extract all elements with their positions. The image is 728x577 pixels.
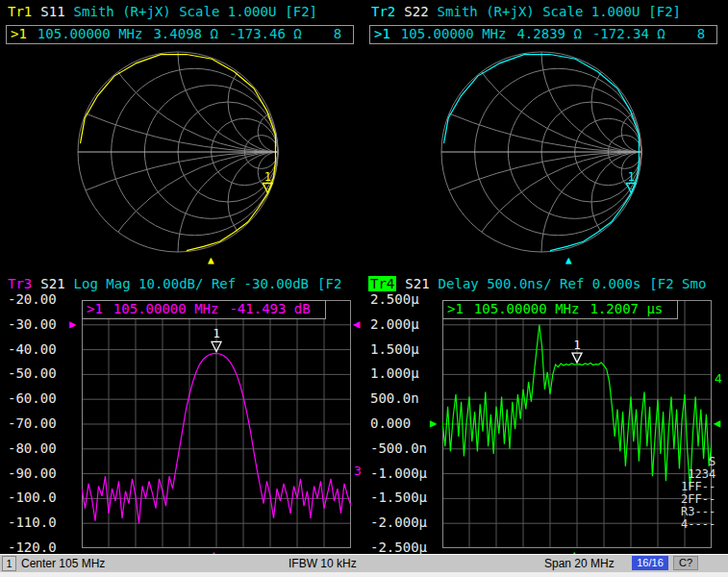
tr3-trace-number-indicator: 3 — [354, 464, 362, 479]
y-axis-tick-label: -90.00 — [8, 466, 57, 481]
marker-stimulus: 105.00000 MHz — [113, 301, 219, 316]
marker-number: >1 — [447, 301, 464, 316]
marker-label: 1 — [628, 170, 635, 184]
tr4-ref-level-indicator-right: ◀ — [714, 417, 720, 430]
ifbw-label: IFBW 10 kHz — [289, 557, 357, 570]
trace1-label: Tr1 — [8, 4, 32, 19]
smith-chart-tr1: 1 — [74, 48, 282, 256]
trace4-marker-readout: >1105.00000 MHz1.2007 μs — [442, 300, 678, 319]
trace3-label: Tr3 — [8, 276, 32, 291]
y-axis-tick-label: 500.0n — [370, 391, 419, 406]
trace-status-line: 4---- — [681, 518, 715, 531]
y-axis-tick-label: -60.00 — [8, 391, 57, 406]
marker-stimulus: 105.00000 MHz — [474, 301, 580, 316]
y-axis-tick-label: 1.000μ — [370, 366, 419, 381]
trace1-title[interactable]: Tr1S11Smith (R+jX) Scale 1.000U[F2] — [8, 4, 326, 19]
tr4-ref-level-indicator-left: ▶ — [430, 417, 437, 430]
tr3-ref-level-indicator-right: ◀ — [353, 318, 360, 331]
y-axis-tick-label: 1.500μ — [370, 342, 419, 357]
marker-trailing: 8 — [697, 26, 705, 41]
trace2-measurement: S22 — [404, 4, 428, 19]
smith-chart-tr2: 1 — [438, 48, 645, 256]
trace4-format: Delay 500.0ns/ Ref 0.000s — [439, 276, 641, 291]
tr1-marker-stimulus-indicator: ▲ — [208, 255, 214, 265]
vna-screen: Tr1S11Smith (R+jX) Scale 1.000U[F2] >110… — [0, 0, 728, 577]
marker-number: >1 — [11, 26, 27, 41]
marker-value1: -41.493 dB — [229, 301, 310, 316]
center-frequency-label: Center 105 MHz — [21, 557, 105, 570]
marker-stimulus: 105.00000 MHz — [38, 26, 143, 41]
trace1-marker-readout: >1105.00000 MHz3.4098 Ω-173.46 Ω8 — [6, 25, 354, 44]
y-axis-tick-label: -120.0 — [8, 540, 57, 555]
y-axis-tick-label: -70.00 — [8, 416, 57, 431]
trace4-measurement: S21 — [405, 276, 429, 291]
tr3-ref-level-indicator-left: ▶ — [69, 318, 76, 331]
trace2-label: Tr2 — [371, 4, 395, 19]
y-axis-tick-label: 2.500μ — [370, 292, 419, 307]
trace3-marker-readout: >1105.00000 MHz-41.493 dB — [82, 300, 326, 319]
y-axis-tick-label: -30.00 — [8, 317, 57, 332]
trace2-marker-readout: >1105.00000 MHz4.2839 Ω-172.34 Ω8 — [369, 25, 717, 44]
marker-value1: 4.2839 Ω — [516, 26, 581, 41]
delay-plot-tr4: 1 — [442, 300, 712, 548]
window-bottom-strip — [0, 572, 728, 577]
y-axis-tick-label: -50.00 — [8, 366, 57, 381]
trace4-label-active: Tr4 — [368, 276, 396, 291]
marker-number: >1 — [87, 301, 103, 316]
y-axis-tick-label: 0.000 — [370, 416, 411, 431]
span-label: Span 20 MHz — [544, 557, 615, 570]
marker-value2: -173.46 Ω — [229, 26, 302, 41]
marker-number: >1 — [374, 26, 390, 41]
trace3-annotation: [F2 — [317, 276, 341, 291]
y-axis-tick-label: -1.500μ — [370, 490, 427, 505]
y-axis-tick-label: 2.000μ — [370, 317, 419, 332]
y-axis-tick-label: -1.000μ — [370, 466, 427, 481]
marker-stimulus: 105.00000 MHz — [401, 26, 507, 41]
trace2-format: Smith (R+jX) Scale 1.000U — [438, 4, 640, 19]
average-counter-badge[interactable]: 16/16 — [632, 556, 668, 570]
trace2-title[interactable]: Tr2S22Smith (R+jX) Scale 1.000U[F2] — [371, 4, 690, 19]
marker-label: 1 — [573, 339, 580, 352]
cal-status-badge[interactable]: C? — [673, 556, 698, 570]
trace4-annotation: [F2 Smo — [649, 276, 706, 291]
channel-indicator: 1 — [2, 556, 16, 571]
marker-value2: -172.34 Ω — [592, 26, 665, 41]
marker-value1: 1.2007 μs — [590, 301, 663, 316]
y-axis-tick-label: -100.0 — [8, 490, 57, 505]
marker-value1: 3.4098 Ω — [153, 26, 217, 41]
trace1-measurement: S11 — [40, 4, 64, 19]
trace4-title[interactable]: Tr4S21Delay 500.0ns/ Ref 0.000s[F2 Smo — [368, 276, 715, 291]
trace3-title[interactable]: Tr3S21Log Mag 10.00dB/ Ref -30.00dB[F2 — [8, 276, 350, 291]
marker-trailing: 8 — [334, 26, 341, 41]
y-axis-tick-label: -2.500μ — [370, 540, 427, 555]
y-axis-tick-label: -20.00 — [8, 292, 57, 307]
trace3-format: Log Mag 10.00dB/ Ref -30.00dB — [74, 276, 309, 291]
y-axis-tick-label: -500.0n — [370, 441, 427, 456]
y-axis-tick-label: -80.00 — [8, 441, 57, 456]
marker-label: 1 — [213, 327, 219, 340]
tr2-marker-stimulus-indicator: ▲ — [565, 255, 572, 265]
trace1-annotation: [F2] — [285, 4, 317, 19]
status-bar: 1 Center 105 MHz IFBW 10 kHz Span 20 MHz… — [0, 554, 728, 572]
trace1-format: Smith (R+jX) Scale 1.000U — [74, 4, 277, 19]
y-axis-tick-label: -2.000μ — [370, 515, 427, 530]
tr4-trace-number-indicator: 4 — [715, 371, 722, 387]
trace3-measurement: S21 — [40, 276, 64, 291]
y-axis-tick-label: -110.0 — [8, 515, 57, 530]
trace-status-display: S 12341FF--2FF--R3---4---- — [681, 456, 715, 531]
trace2-annotation: [F2] — [648, 4, 681, 19]
marker-label: 1 — [264, 170, 271, 184]
log-mag-plot-tr3: 1 — [82, 300, 351, 548]
y-axis-tick-label: -40.00 — [8, 342, 57, 357]
